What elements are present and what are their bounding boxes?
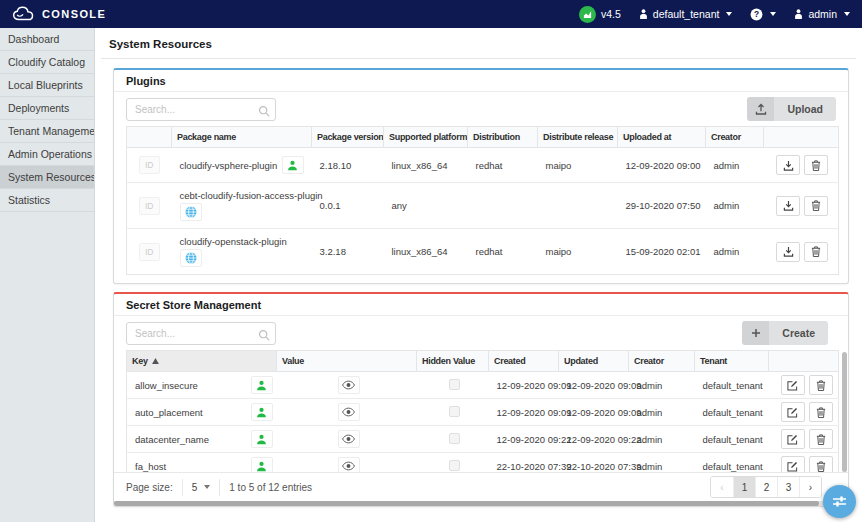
plugin-distribution: redhat [468, 229, 538, 275]
edit-mode-fab[interactable] [823, 485, 856, 518]
plugins-column-header[interactable] [764, 127, 839, 148]
horizontal-scrollbar-track[interactable] [114, 501, 848, 506]
plugin-row[interactable]: IDcebt-cloudify-fusion-access-plugin0.0.… [127, 183, 839, 229]
cloudify-cloud-icon [12, 6, 36, 22]
plugins-widget-title: Plugins [114, 70, 848, 92]
secret-row[interactable]: auto_placement12-09-2020 09:0912-09-2020… [127, 399, 839, 426]
version-label: v4.5 [601, 8, 621, 20]
create-button[interactable]: Create [742, 321, 828, 345]
user-icon[interactable] [282, 156, 304, 174]
plugins-column-header[interactable]: Distribution [468, 127, 538, 148]
secrets-column-header[interactable]: Tenant [695, 351, 769, 372]
edit-icon[interactable] [781, 429, 805, 449]
create-button-label: Create [769, 327, 828, 339]
secret-creator: admin [629, 426, 695, 453]
sidebar-item-local-blueprints[interactable]: Local Blueprints [0, 74, 94, 97]
secrets-column-header[interactable]: Hidden Value [417, 351, 489, 372]
previous-page-button[interactable]: ‹ [711, 477, 733, 497]
hidden-value-checkbox[interactable] [449, 460, 460, 471]
trash-icon[interactable] [809, 375, 833, 395]
download-icon[interactable] [776, 155, 800, 175]
trash-icon[interactable] [804, 155, 828, 175]
help-dropdown[interactable]: ? [750, 8, 776, 21]
tenant-dropdown[interactable]: default_tenant [639, 8, 733, 20]
sidebar-item-cloudify-catalog[interactable]: Cloudify Catalog [0, 51, 94, 74]
secret-updated: 12-09-2020 09:09 [559, 372, 629, 399]
plugins-table-body: IDcloudify-vsphere-plugin2.18.10linux_x8… [127, 148, 839, 275]
edit-icon[interactable] [781, 375, 805, 395]
secrets-search-input[interactable] [126, 322, 276, 345]
hidden-value-checkbox[interactable] [449, 433, 460, 444]
sidebar-item-tenant-management[interactable]: Tenant Management [0, 120, 94, 143]
plugin-row[interactable]: IDcloudify-openstack-plugin3.2.18linux_x… [127, 229, 839, 275]
vertical-scrollbar[interactable] [842, 352, 847, 472]
eye-icon[interactable] [338, 376, 360, 394]
page-button-3[interactable]: 3 [777, 477, 799, 497]
eye-icon[interactable] [338, 430, 360, 448]
trash-icon[interactable] [804, 196, 828, 216]
sliders-icon [832, 495, 847, 508]
app-logo[interactable]: CONSOLE [12, 6, 106, 22]
user-icon[interactable] [251, 403, 273, 421]
globe-icon[interactable] [180, 203, 202, 221]
secret-row[interactable]: datacenter_name12-09-2020 09:2212-09-202… [127, 426, 839, 453]
plugins-search-input[interactable] [126, 98, 276, 121]
version-badge [579, 6, 596, 23]
plugins-column-header[interactable]: Creator [706, 127, 764, 148]
trash-icon[interactable] [809, 429, 833, 449]
secret-row[interactable]: allow_insecure12-09-2020 09:0912-09-2020… [127, 372, 839, 399]
sidebar-item-admin-operations[interactable]: Admin Operations [0, 143, 94, 166]
search-icon [258, 103, 270, 121]
secrets-column-header[interactable]: Creator [629, 351, 695, 372]
secrets-column-header[interactable]: Key [127, 351, 277, 372]
secrets-widget-title: Secret Store Management [114, 294, 848, 316]
sort-ascending-icon [152, 356, 159, 366]
plugins-column-header[interactable]: Package version [312, 127, 384, 148]
page-size-dropdown[interactable]: 5 [182, 479, 221, 496]
user-icon[interactable] [251, 430, 273, 448]
plugins-column-header[interactable] [127, 127, 172, 148]
sidebar-item-statistics[interactable]: Statistics [0, 189, 94, 212]
plugin-distribution [468, 183, 538, 229]
hidden-value-checkbox[interactable] [449, 406, 460, 417]
edit-icon[interactable] [781, 402, 805, 422]
upload-button-label: Upload [774, 103, 836, 115]
trash-icon[interactable] [804, 242, 828, 262]
plugins-column-header[interactable]: Package name [172, 127, 312, 148]
secrets-header-row: KeyValueHidden ValueCreatedUpdatedCreato… [127, 351, 839, 372]
chevron-down-icon [844, 12, 850, 16]
svg-text:?: ? [754, 9, 759, 19]
plus-icon [742, 321, 769, 345]
sidebar-item-dashboard[interactable]: Dashboard [0, 28, 94, 51]
secrets-column-header[interactable]: Updated [559, 351, 629, 372]
plugins-column-header[interactable]: Supported platform [384, 127, 468, 148]
hidden-value-checkbox[interactable] [449, 379, 460, 390]
secret-created: 12-09-2020 09:22 [489, 426, 559, 453]
globe-icon[interactable] [180, 249, 202, 267]
plugin-id-badge: ID [139, 197, 160, 215]
secrets-column-header[interactable]: Value [277, 351, 417, 372]
page-size-value: 5 [192, 482, 198, 493]
secrets-column-header[interactable] [769, 351, 839, 372]
user-dropdown[interactable]: admin [794, 8, 850, 20]
sidebar-item-deployments[interactable]: Deployments [0, 97, 94, 120]
horizontal-scrollbar-thumb[interactable] [114, 501, 819, 506]
next-page-button[interactable]: › [799, 477, 821, 497]
plugin-release: maipo [538, 229, 618, 275]
trash-icon[interactable] [809, 402, 833, 422]
download-icon[interactable] [776, 242, 800, 262]
page-button-2[interactable]: 2 [755, 477, 777, 497]
plugins-column-header[interactable]: Distribute release [538, 127, 618, 148]
download-icon[interactable] [776, 196, 800, 216]
plugin-creator: admin [706, 229, 764, 275]
user-icon[interactable] [251, 376, 273, 394]
secrets-column-header[interactable]: Created [489, 351, 559, 372]
plugins-column-header[interactable]: Uploaded at [618, 127, 706, 148]
page-button-1[interactable]: 1 [733, 477, 755, 497]
pagination: ‹123› [710, 476, 822, 498]
plugin-row[interactable]: IDcloudify-vsphere-plugin2.18.10linux_x8… [127, 148, 839, 183]
plugin-id-badge: ID [139, 156, 160, 174]
eye-icon[interactable] [338, 403, 360, 421]
sidebar-item-system-resources[interactable]: System Resources [0, 166, 94, 189]
upload-button[interactable]: Upload [747, 97, 836, 121]
